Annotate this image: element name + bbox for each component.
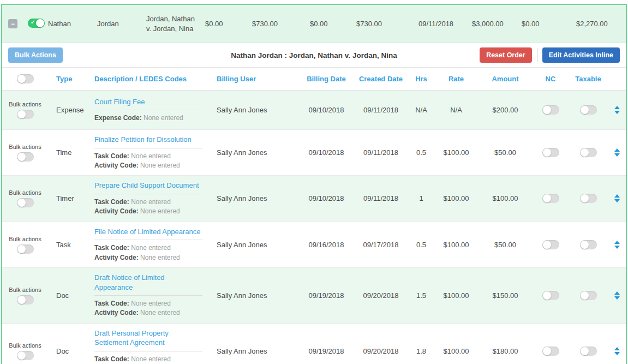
sort-arrows-icon[interactable] — [614, 148, 620, 157]
nc-cell — [533, 240, 569, 249]
amount-value: $180.00 — [478, 347, 533, 355]
column-header-amount[interactable]: Amount — [478, 75, 533, 83]
billing-date: 09/19/2018 — [299, 347, 354, 355]
summary-value: $0.00 — [522, 20, 576, 28]
nc-cell — [533, 148, 569, 157]
reorder-cell — [608, 194, 626, 202]
created-date: 09/11/2018 — [354, 106, 408, 114]
taxable-toggle[interactable] — [580, 240, 597, 249]
nc-cell — [533, 347, 569, 356]
edit-activities-inline-button[interactable]: Edit Activities Inline — [542, 47, 620, 63]
billing-user: Sally Ann Jones — [209, 148, 299, 157]
collapse-row-button[interactable]: − — [8, 19, 17, 28]
bulk-select-toggle[interactable] — [17, 351, 34, 360]
ledes-codes: Task Code: None enteredActivity Code: No… — [94, 299, 202, 318]
nc-toggle[interactable] — [542, 291, 559, 300]
bulk-actions-cell: Bulk actions — [2, 144, 49, 162]
amount-value: $50.00 — [478, 148, 533, 157]
billing-date: 09/16/2018 — [299, 241, 354, 249]
nc-toggle[interactable] — [542, 347, 559, 356]
column-header-type[interactable]: Type — [49, 75, 85, 83]
activity-row: Bulk actions Time Finalize Petition for … — [2, 130, 626, 176]
ledes-codes: Task Code: None enteredActivity Code: No… — [94, 152, 202, 171]
activity-type: Timer — [49, 194, 85, 202]
bulk-select-toggle[interactable] — [17, 295, 34, 305]
client-last-name: Jordan — [97, 20, 146, 28]
column-header-nc[interactable]: NC — [533, 75, 569, 83]
billing-date: 09/10/2018 — [299, 194, 354, 202]
activities-table-header: Type Description / LEDES Codes Billing U… — [2, 67, 626, 91]
taxable-toggle[interactable] — [580, 105, 597, 115]
select-all-toggle[interactable] — [17, 74, 34, 83]
reset-order-button[interactable]: Reset Order — [480, 47, 532, 63]
rate-value: $100.00 — [434, 347, 478, 355]
reorder-cell — [608, 347, 626, 355]
sort-arrows-icon[interactable] — [614, 106, 620, 114]
billing-date: 09/10/2018 — [299, 106, 354, 114]
created-date: 09/20/2018 — [354, 291, 408, 300]
code-line: Activity Code: None entered — [94, 308, 202, 318]
column-header-taxable[interactable]: Taxable — [569, 75, 608, 83]
activity-title-link[interactable]: Prepare Child Support Document — [94, 181, 202, 194]
reorder-cell — [608, 291, 626, 300]
toolbar-right-actions: Reset Order Edit Activities Inline — [480, 47, 620, 63]
arrow-up-icon — [614, 347, 620, 350]
taxable-toggle[interactable] — [580, 148, 597, 157]
check-icon: ✓ — [31, 19, 35, 25]
activity-description-cell: Draft Notice of Limited Appearance Task … — [85, 273, 209, 318]
column-header-billing-user[interactable]: Billing User — [209, 75, 299, 83]
arrow-down-icon — [614, 111, 620, 114]
activity-type: Expense — [49, 106, 85, 114]
bulk-actions-label: Bulk actions — [9, 189, 41, 196]
column-header-rate[interactable]: Rate — [434, 75, 478, 83]
nc-toggle[interactable] — [542, 240, 559, 249]
ledes-codes: Task Code: None enteredActivity Code: No… — [94, 198, 202, 217]
sort-arrows-icon[interactable] — [614, 291, 620, 300]
matter-summary-row[interactable]: − ✓ Nathan Jordan Jordan, Nathan v. Jord… — [2, 5, 626, 43]
activity-title-link[interactable]: Court Filing Fee — [94, 97, 202, 111]
bulk-select-toggle[interactable] — [17, 244, 34, 254]
summary-value: $730.00 — [356, 20, 418, 28]
created-date: 09/11/2018 — [354, 194, 408, 202]
bulk-select-toggle[interactable] — [17, 110, 34, 119]
case-name: Jordan, Nathan v. Jordan, Nina — [146, 14, 205, 33]
activity-title-link[interactable]: Draft Personal Property Settlement Agree… — [94, 329, 202, 351]
column-header-description[interactable]: Description / LEDES Codes — [85, 75, 209, 83]
nc-toggle[interactable] — [542, 105, 559, 115]
code-line: Task Code: None entered — [94, 299, 202, 308]
activity-type: Doc — [49, 347, 85, 355]
bulk-actions-label: Bulk actions — [9, 287, 41, 293]
activity-title-link[interactable]: Finalize Petition for Dissolution — [94, 135, 202, 148]
matter-enabled-toggle[interactable]: ✓ — [28, 19, 45, 28]
arrow-up-icon — [614, 194, 620, 198]
sort-arrows-icon[interactable] — [614, 347, 620, 355]
sort-arrows-icon[interactable] — [614, 194, 620, 202]
bulk-select-toggle[interactable] — [17, 198, 34, 207]
hours-value: 1 — [408, 194, 434, 202]
select-all-cell — [2, 74, 49, 83]
taxable-toggle[interactable] — [580, 347, 597, 356]
taxable-toggle[interactable] — [580, 194, 597, 203]
nc-toggle[interactable] — [542, 194, 559, 203]
summary-value: $0.00 — [205, 20, 252, 28]
activity-title-link[interactable]: Draft Notice of Limited Appearance — [94, 273, 202, 296]
nc-cell — [533, 291, 569, 300]
nc-cell — [533, 105, 569, 115]
summary-value: $730.00 — [252, 20, 310, 28]
taxable-cell — [569, 291, 608, 300]
sort-arrows-icon[interactable] — [614, 241, 620, 249]
activity-title-link[interactable]: File Notice of Limited Appearance — [94, 227, 202, 241]
rate-value: $100.00 — [434, 291, 478, 300]
nc-toggle[interactable] — [542, 148, 559, 157]
ledes-codes: Task Code: None enteredActivity Code: No… — [94, 355, 202, 364]
code-line: Activity Code: None entered — [94, 253, 202, 262]
activity-row: Bulk actions Expense Court Filing Fee Ex… — [2, 91, 626, 130]
taxable-toggle[interactable] — [580, 291, 597, 300]
code-line: Task Code: None entered — [94, 152, 202, 161]
column-header-billing-date[interactable]: Billing Date — [299, 75, 354, 83]
bulk-actions-button[interactable]: Bulk Actions — [8, 47, 63, 63]
column-header-hrs[interactable]: Hrs — [408, 75, 434, 83]
bulk-actions-label: Bulk actions — [9, 144, 41, 150]
bulk-select-toggle[interactable] — [17, 152, 34, 162]
column-header-created-date[interactable]: Created Date — [354, 75, 408, 83]
